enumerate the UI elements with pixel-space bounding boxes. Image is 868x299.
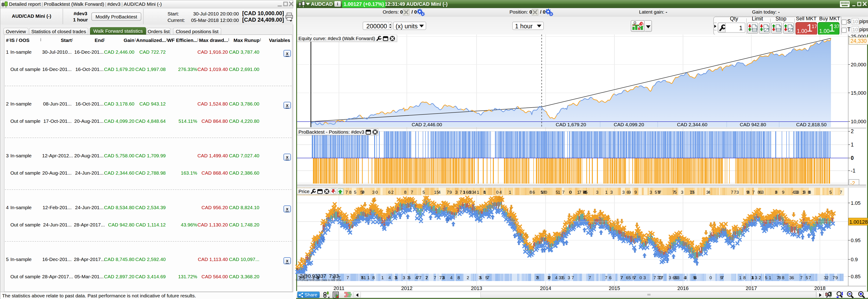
svg-text:2: 2 — [391, 190, 394, 195]
svg-text:3: 3 — [755, 275, 757, 280]
svg-text:3: 3 — [674, 275, 677, 280]
svg-text:1: 1 — [769, 275, 771, 280]
svg-text:2016: 2016 — [678, 286, 689, 291]
svg-text:20,000: 20,000 — [851, 62, 866, 67]
svg-text:5: 5 — [765, 275, 768, 280]
svg-text:7: 7 — [621, 275, 623, 280]
svg-text:4: 4 — [389, 275, 391, 280]
svg-text:3: 3 — [403, 275, 405, 280]
svg-text:7: 7 — [800, 275, 803, 280]
svg-text:7: 7 — [654, 275, 656, 280]
svg-text:3: 3 — [824, 275, 826, 280]
svg-text:4: 4 — [499, 190, 502, 195]
svg-text:6: 6 — [466, 190, 468, 195]
svg-text:3: 3 — [643, 275, 646, 280]
svg-text:2: 2 — [759, 275, 761, 280]
svg-text:8: 8 — [458, 275, 460, 280]
svg-text:0: 0 — [640, 275, 642, 280]
svg-text:9: 9 — [450, 190, 452, 195]
svg-text:8: 8 — [468, 190, 471, 195]
svg-text:7: 7 — [752, 190, 755, 195]
svg-text:5: 5 — [693, 275, 695, 280]
svg-text:3: 3 — [681, 190, 683, 195]
svg-text:6: 6 — [609, 275, 612, 280]
svg-text:7: 7 — [487, 275, 490, 280]
svg-text:7: 7 — [426, 275, 428, 280]
svg-text:4: 4 — [450, 275, 453, 280]
svg-text:9: 9 — [634, 190, 637, 195]
svg-text:1: 1 — [851, 142, 854, 148]
svg-text:7: 7 — [658, 275, 661, 280]
svg-text:5: 5 — [556, 190, 558, 195]
svg-text:7: 7 — [411, 190, 413, 195]
svg-text:1: 1 — [690, 190, 692, 195]
svg-text:5: 5 — [423, 190, 425, 195]
svg-text:5: 5 — [354, 190, 356, 195]
svg-text:5: 5 — [628, 275, 631, 280]
svg-text:7: 7 — [447, 190, 449, 195]
svg-text:CAD 2,818.50: CAD 2,818.50 — [796, 122, 827, 127]
svg-text:4: 4 — [555, 275, 558, 280]
svg-text:7: 7 — [589, 275, 591, 280]
svg-text:CAD 942.80: CAD 942.80 — [740, 122, 766, 127]
svg-text:-2@0.93337 7:33: -2@0.93337 7:33 — [298, 273, 339, 279]
svg-text:1.05: 1.05 — [851, 200, 861, 206]
svg-text:5: 5 — [361, 275, 364, 280]
svg-text:CAD 2,344.60: CAD 2,344.60 — [677, 122, 707, 127]
svg-text:7: 7 — [605, 275, 608, 280]
svg-text:3: 3 — [610, 190, 613, 195]
svg-text:5: 5 — [803, 190, 806, 195]
svg-text:1: 1 — [381, 275, 384, 280]
svg-text:6: 6 — [626, 275, 628, 280]
svg-text:8: 8 — [537, 275, 539, 280]
svg-text:5: 5 — [806, 275, 808, 280]
svg-text:1: 1 — [434, 190, 437, 195]
svg-text:1: 1 — [605, 190, 608, 195]
svg-text:1: 1 — [367, 275, 370, 280]
svg-text:3: 3 — [478, 275, 481, 280]
svg-text:7: 7 — [777, 275, 779, 280]
svg-text:3: 3 — [455, 190, 458, 195]
svg-text:2: 2 — [467, 275, 469, 280]
svg-text:0: 0 — [569, 190, 572, 195]
svg-text:1: 1 — [364, 275, 366, 280]
svg-text:7: 7 — [439, 275, 442, 280]
svg-text:7: 7 — [692, 190, 694, 195]
svg-text:7: 7 — [734, 190, 736, 195]
svg-text:2: 2 — [826, 275, 829, 280]
svg-text:7: 7 — [809, 275, 811, 280]
svg-text:4: 4 — [474, 190, 476, 195]
svg-text:8: 8 — [808, 190, 810, 195]
svg-text:0.95: 0.95 — [851, 238, 861, 243]
svg-text:3: 3 — [442, 275, 445, 280]
svg-text:9: 9 — [720, 275, 722, 280]
svg-text:0: 0 — [851, 155, 854, 161]
svg-text:8: 8 — [743, 275, 746, 280]
svg-text:3: 3 — [736, 190, 739, 195]
svg-text:2015: 2015 — [609, 286, 620, 291]
svg-text:1: 1 — [484, 190, 486, 195]
svg-text:3: 3 — [407, 275, 410, 280]
svg-text:4: 4 — [708, 190, 710, 195]
svg-text:3: 3 — [395, 275, 397, 280]
svg-text:3: 3 — [794, 190, 797, 195]
svg-text:2018: 2018 — [814, 286, 826, 291]
svg-text:3: 3 — [463, 190, 465, 195]
svg-text:8: 8 — [372, 275, 375, 280]
svg-text:8: 8 — [404, 190, 407, 195]
svg-text:6: 6 — [388, 190, 391, 195]
svg-text:-1: -1 — [851, 168, 855, 174]
svg-text:6: 6 — [532, 190, 535, 195]
svg-text:1: 1 — [739, 275, 742, 280]
svg-text:3: 3 — [775, 190, 777, 195]
svg-text:2011: 2011 — [334, 286, 344, 291]
svg-text:3: 3 — [751, 275, 754, 280]
svg-text:2013: 2013 — [471, 286, 482, 291]
svg-text:7: 7 — [731, 190, 733, 195]
svg-text:© ProRealTime.com Data is real: © ProRealTime.com Data is real time — [296, 278, 341, 282]
svg-text:8: 8 — [782, 275, 784, 280]
svg-text:3: 3 — [472, 190, 474, 195]
svg-text:1: 1 — [561, 275, 563, 280]
svg-text:6: 6 — [760, 190, 762, 195]
svg-text:2017: 2017 — [746, 286, 757, 291]
